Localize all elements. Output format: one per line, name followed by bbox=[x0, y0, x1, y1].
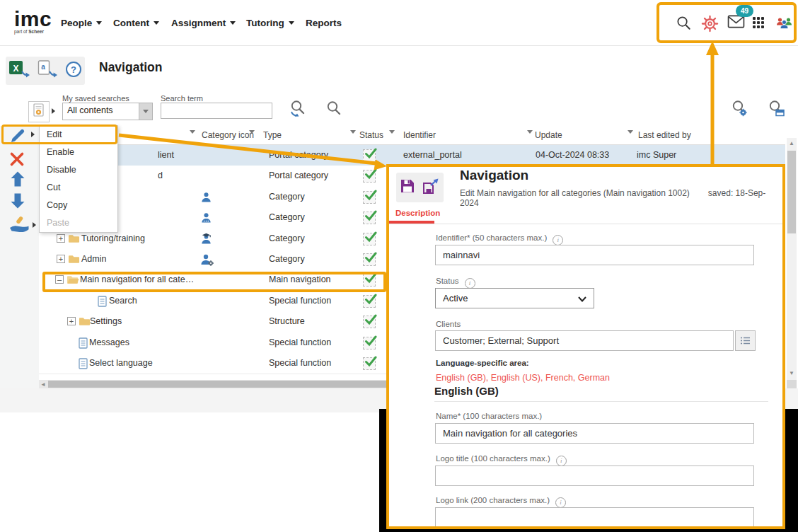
status-active-checkbox[interactable] bbox=[363, 233, 376, 245]
row-name[interactable]: Messages bbox=[89, 337, 129, 347]
saved-searches-dropdown-button[interactable] bbox=[139, 103, 152, 120]
app-grid-icon[interactable] bbox=[753, 15, 764, 28]
column-header-last-edited-by[interactable]: Last edited by bbox=[638, 130, 691, 140]
menu-assignment[interactable]: Assignment bbox=[171, 0, 236, 45]
move-up-icon[interactable] bbox=[8, 170, 27, 191]
status-active-checkbox[interactable] bbox=[363, 253, 376, 266]
logo-title-input[interactable] bbox=[435, 466, 754, 486]
menu-item-cut[interactable]: Cut bbox=[40, 179, 117, 197]
scroll-down-icon[interactable]: ▼ bbox=[787, 370, 797, 376]
save-and-close-icon[interactable] bbox=[422, 178, 441, 197]
list-icon bbox=[740, 336, 751, 345]
menu-content[interactable]: Content bbox=[113, 0, 159, 45]
table-header: Category iconTypeStatusIdentifierUpdateL… bbox=[39, 126, 785, 145]
status-select[interactable]: Active bbox=[435, 288, 594, 308]
panel-title: Navigation bbox=[460, 168, 528, 183]
clients-list-button[interactable] bbox=[735, 330, 756, 351]
row-type: Structure bbox=[269, 316, 305, 326]
info-icon[interactable]: i bbox=[555, 497, 566, 508]
scroll-left-icon[interactable]: ◄ bbox=[40, 381, 47, 388]
tab-description[interactable]: Description bbox=[395, 209, 440, 217]
search-term-input[interactable] bbox=[161, 103, 272, 119]
status-active-checkbox[interactable] bbox=[363, 170, 376, 183]
row-name[interactable]: Search bbox=[109, 296, 137, 306]
row-name[interactable]: Admin bbox=[81, 254, 106, 264]
logo-link-input[interactable] bbox=[435, 507, 754, 528]
menu-reports[interactable]: Reports bbox=[306, 0, 342, 45]
vertical-scrollbar[interactable]: ▲ ▼ bbox=[787, 138, 797, 380]
menu-tutoring[interactable]: Tutoring bbox=[246, 0, 294, 45]
info-icon[interactable]: i bbox=[553, 235, 563, 245]
language-link-german[interactable]: German bbox=[578, 373, 610, 383]
settings-gear-icon[interactable] bbox=[701, 15, 719, 35]
edit-panel: Navigation Edit Main navigation for all … bbox=[386, 164, 785, 529]
identifier-input[interactable] bbox=[435, 245, 754, 265]
run-saved-search-icon[interactable] bbox=[289, 99, 307, 121]
identifier-label: Identifier* (50 characters max.)i bbox=[436, 233, 563, 245]
save-icon[interactable] bbox=[399, 178, 416, 197]
search-icon[interactable] bbox=[676, 15, 692, 34]
excel-export-icon[interactable]: X bbox=[8, 60, 30, 81]
folder-icon bbox=[68, 233, 80, 246]
status-active-checkbox[interactable] bbox=[363, 191, 376, 204]
messages-envelope-icon[interactable]: 49 bbox=[727, 15, 745, 31]
status-active-checkbox[interactable] bbox=[363, 212, 376, 224]
table-row-lient[interactable]: lientPortal categoryexternal_portal04-Oc… bbox=[39, 145, 785, 166]
expand-icon[interactable]: + bbox=[67, 317, 76, 325]
delete-icon[interactable] bbox=[8, 151, 25, 170]
menu-people[interactable]: People bbox=[61, 0, 102, 45]
expand-icon[interactable]: + bbox=[57, 234, 65, 243]
column-header-status[interactable]: Status bbox=[359, 130, 383, 140]
menu-item-copy[interactable]: Copy bbox=[40, 197, 117, 214]
row-name[interactable]: Select language bbox=[89, 358, 153, 368]
language-link-english-gb-[interactable]: English (GB) bbox=[436, 373, 486, 383]
imc-logo[interactable]: imc part of Scheer bbox=[14, 9, 52, 34]
menu-item-edit[interactable]: Edit bbox=[40, 126, 117, 144]
person-dots-icon bbox=[200, 212, 212, 226]
edit-flyout-icon[interactable] bbox=[31, 132, 35, 137]
status-active-checkbox[interactable] bbox=[363, 337, 376, 349]
language-link-french[interactable]: French bbox=[545, 373, 573, 383]
search-icon[interactable] bbox=[325, 100, 342, 120]
assign-hand-icon[interactable] bbox=[8, 216, 30, 236]
row-name[interactable]: Main navigation for all cate… bbox=[80, 274, 194, 284]
assign-flyout-icon[interactable] bbox=[33, 222, 36, 228]
info-icon[interactable]: i bbox=[556, 456, 567, 466]
help-icon[interactable]: ? bbox=[65, 61, 82, 81]
saved-search-settings-button[interactable] bbox=[28, 101, 50, 122]
column-header-type[interactable]: Type bbox=[263, 130, 282, 140]
move-down-icon[interactable] bbox=[8, 192, 27, 213]
status-active-checkbox[interactable] bbox=[363, 274, 376, 287]
info-icon[interactable]: i bbox=[465, 278, 475, 289]
community-icon[interactable] bbox=[775, 15, 793, 33]
column-header-identifier[interactable]: Identifier bbox=[403, 130, 436, 140]
clients-input[interactable] bbox=[435, 330, 734, 351]
name-input[interactable] bbox=[435, 423, 754, 444]
collapse-icon[interactable]: – bbox=[55, 275, 64, 284]
row-name[interactable]: lient bbox=[158, 150, 174, 160]
column-header-category-icon[interactable]: Category icon bbox=[202, 130, 254, 140]
row-name[interactable]: d bbox=[158, 170, 163, 180]
status-active-checkbox[interactable] bbox=[363, 295, 376, 308]
imc-logo-text: imc bbox=[14, 9, 52, 29]
document-export-icon[interactable]: a bbox=[37, 60, 58, 81]
saved-searches-dropdown[interactable]: All contents bbox=[62, 103, 153, 120]
search-user-icon[interactable] bbox=[767, 99, 785, 120]
row-name[interactable]: Settings bbox=[90, 316, 122, 326]
column-header-update[interactable]: Update bbox=[535, 130, 562, 140]
status-active-checkbox[interactable] bbox=[363, 357, 376, 370]
scroll-up-icon[interactable]: ▲ bbox=[787, 140, 797, 146]
search-admin-icon[interactable] bbox=[730, 99, 748, 120]
saved-search-flyout-icon[interactable] bbox=[52, 108, 55, 114]
expand-icon[interactable]: + bbox=[57, 255, 65, 263]
menu-item-disable[interactable]: Disable bbox=[40, 161, 117, 179]
menu-item-enable[interactable]: Enable bbox=[40, 144, 117, 161]
row-name[interactable]: Tutoring/training bbox=[81, 233, 145, 243]
status-active-checkbox[interactable] bbox=[363, 316, 376, 328]
language-link-english-us-[interactable]: English (US) bbox=[491, 373, 540, 383]
edit-pencil-icon[interactable] bbox=[8, 127, 27, 148]
menu-label: Content bbox=[113, 18, 149, 28]
vertical-scroll-thumb[interactable] bbox=[787, 151, 796, 233]
row-update: 04-Oct-2024 08:33 bbox=[536, 150, 609, 160]
status-active-checkbox[interactable] bbox=[363, 149, 376, 162]
